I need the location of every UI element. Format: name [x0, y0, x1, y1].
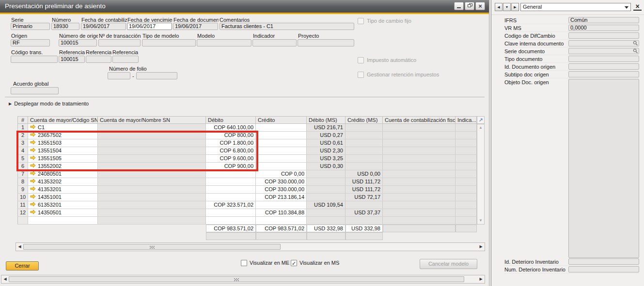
account-code-cell[interactable] — [28, 217, 98, 225]
col-header-num[interactable]: # — [17, 116, 28, 124]
panel-input-field[interactable]: 0,0000 — [568, 25, 639, 31]
account-code-cell[interactable]: 14351001 — [28, 194, 98, 201]
credit-cell[interactable] — [256, 124, 307, 132]
row-number[interactable]: 1 — [17, 124, 28, 132]
window-hscroll-thumb[interactable] — [9, 276, 464, 282]
panel-textarea-field[interactable] — [568, 79, 639, 258]
account-code-cell[interactable]: 41353202 — [28, 178, 98, 186]
comentarios-field[interactable]: Facturas clientes - C1 — [220, 23, 354, 30]
account-code-cell[interactable]: 24080501 — [28, 170, 98, 178]
debit-cell[interactable]: COP 640.100,00 — [206, 124, 256, 132]
account-code[interactable]: 24080501 — [38, 171, 62, 177]
tipo-modelo-field[interactable] — [142, 39, 196, 46]
account-code[interactable]: 13551503 — [38, 140, 62, 146]
fecha-doc-field[interactable]: 19/06/2017 — [173, 23, 218, 30]
link-arrow-icon[interactable] — [30, 171, 36, 176]
debit-cell[interactable] — [206, 178, 256, 186]
row-number[interactable]: 4 — [17, 147, 28, 155]
panel-close-button[interactable]: × — [633, 2, 642, 11]
serie-field[interactable]: Primario — [11, 23, 50, 30]
grid-horizontal-scrollbar[interactable]: ◀ ▶ — [16, 242, 485, 251]
account-code-cell[interactable]: 23657502 — [28, 132, 98, 139]
credit-cell[interactable]: COP 110.384,88 — [256, 209, 307, 217]
debit-cell[interactable]: COP 323.571,02 — [206, 201, 256, 209]
account-code-cell[interactable]: 61353201 — [28, 201, 98, 209]
credit-cell[interactable] — [256, 132, 307, 139]
scroll-down-icon[interactable]: ▼ — [477, 218, 484, 224]
panel-input-field[interactable]: Común — [568, 17, 639, 23]
col-header-debit-ms[interactable]: Débito (MS) — [307, 116, 346, 124]
indicador-field[interactable] — [252, 39, 297, 46]
link-arrow-icon[interactable] — [30, 148, 36, 152]
credit-cell[interactable]: COP 0,00 — [256, 170, 307, 178]
col-header-debit[interactable]: Débito — [206, 116, 256, 124]
window-horizontal-scrollbar[interactable]: ◀ ▶ — [1, 275, 485, 284]
account-code[interactable]: C1 — [38, 124, 45, 130]
account-code[interactable]: 23657502 — [38, 132, 62, 138]
credit-cell[interactable] — [256, 155, 307, 163]
nav-next-button[interactable]: ▶ — [511, 3, 519, 11]
link-arrow-icon[interactable] — [30, 186, 36, 191]
account-code-cell[interactable]: 13551505 — [28, 155, 98, 163]
panel-input-field[interactable] — [568, 258, 639, 265]
restore-button[interactable] — [465, 2, 474, 10]
credit-cell[interactable] — [256, 139, 307, 147]
proyecto-field[interactable] — [298, 39, 354, 46]
tipo-cambio-fijo-checkbox[interactable] — [358, 18, 364, 24]
numero-origen-field[interactable]: 100015 — [59, 39, 97, 46]
modelo-field[interactable] — [197, 39, 251, 46]
panel-input-field[interactable] — [568, 56, 639, 62]
close-button[interactable]: × — [475, 2, 485, 10]
search-icon[interactable] — [633, 41, 638, 46]
fecha-venc-field[interactable]: 19/06/2017 — [127, 23, 172, 30]
account-code[interactable]: 41353201 — [38, 186, 62, 192]
debit-cell[interactable]: COP 6.800,00 — [206, 147, 256, 155]
debit-cell[interactable]: COP 9.600,00 — [206, 155, 256, 163]
account-code-cell[interactable]: C1 — [28, 124, 98, 132]
panel-input-field[interactable] — [568, 266, 639, 272]
row-number[interactable]: 3 — [17, 139, 28, 147]
debit-cell[interactable] — [206, 217, 256, 225]
col-header-credit-ms[interactable]: Crédito (MS) — [346, 116, 383, 124]
account-code[interactable]: 41353202 — [38, 179, 62, 184]
search-icon[interactable] — [633, 48, 638, 54]
panel-input-field[interactable] — [568, 71, 639, 77]
treatment-mode-toggle[interactable]: ▶Desplegar modo de tratamiento — [9, 101, 89, 107]
row-number[interactable]: 8 — [17, 178, 28, 186]
debit-cell[interactable] — [206, 194, 256, 201]
col-header-account[interactable]: Cuenta de mayor/Código SN — [28, 116, 98, 124]
debit-cell[interactable] — [206, 209, 256, 217]
account-code[interactable]: 13552002 — [38, 163, 62, 169]
panel-input-field[interactable] — [568, 32, 639, 39]
link-arrow-icon[interactable] — [30, 155, 36, 160]
link-arrow-icon[interactable] — [30, 179, 36, 183]
row-number[interactable]: 2 — [17, 132, 28, 139]
scroll-up-icon[interactable]: ▲ — [477, 125, 484, 131]
link-arrow-icon[interactable] — [30, 202, 36, 207]
credit-cell[interactable]: COP 330.000,00 — [256, 186, 307, 194]
visualizar-me-checkbox[interactable] — [241, 260, 247, 266]
row-number[interactable]: 6 — [17, 163, 28, 170]
numero-field[interactable]: 18930 — [51, 23, 79, 30]
panel-input-field[interactable] — [568, 63, 639, 70]
account-code-cell[interactable]: 41353201 — [28, 186, 98, 194]
grid-vertical-scrollbar[interactable]: ▲ ▼ — [477, 124, 485, 225]
row-number[interactable] — [17, 217, 28, 225]
impuesto-automatico-checkbox[interactable] — [358, 57, 364, 63]
origen-field[interactable]: RF — [11, 39, 50, 46]
account-code[interactable]: 13551505 — [38, 155, 62, 161]
account-code-cell[interactable]: 14350501 — [28, 209, 98, 217]
referencia3-field[interactable] — [112, 56, 139, 63]
gestionar-retencion-checkbox[interactable] — [358, 72, 364, 78]
col-header-indicator[interactable]: Indica... — [456, 116, 477, 124]
row-number[interactable]: 10 — [17, 194, 28, 201]
row-number[interactable]: 9 — [17, 186, 28, 194]
link-arrow-icon[interactable] — [30, 194, 36, 199]
debit-cell[interactable]: COP 1.800,00 — [206, 139, 256, 147]
link-arrow-icon[interactable] — [30, 124, 36, 129]
debit-cell[interactable] — [206, 186, 256, 194]
visualizar-ms-checkbox[interactable] — [291, 260, 297, 266]
panel-input-field[interactable] — [568, 48, 639, 54]
grid-hscroll-thumb[interactable] — [23, 244, 281, 250]
row-number[interactable]: 11 — [17, 201, 28, 209]
